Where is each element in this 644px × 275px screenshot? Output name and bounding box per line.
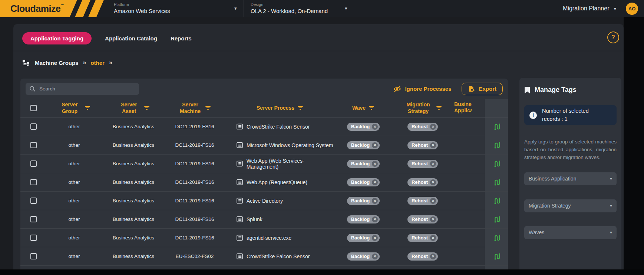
design-caret-icon[interactable]: ▾ (345, 6, 347, 11)
wave-badge[interactable]: Backlog ✕ (347, 252, 380, 261)
remove-tag-icon[interactable]: ✕ (430, 235, 436, 241)
filter-icon[interactable] (298, 106, 303, 110)
swap-route-icon[interactable] (493, 252, 501, 261)
cell-server-asset: Business Analytics (102, 229, 165, 247)
user-avatar[interactable]: AO (626, 3, 638, 15)
remove-tag-icon[interactable]: ✕ (430, 142, 436, 148)
tab-reports[interactable]: Reports (171, 32, 192, 44)
remove-tag-icon[interactable]: ✕ (372, 161, 378, 167)
remove-tag-icon[interactable]: ✕ (430, 216, 436, 222)
remove-tag-icon[interactable]: ✕ (430, 161, 436, 167)
wave-badge[interactable]: Backlog ✕ (347, 178, 380, 186)
selected-records-text: Number of selected records : 1 (542, 107, 589, 123)
filter-icon[interactable] (205, 106, 211, 110)
strategy-badge[interactable]: Rehost ✕ (407, 234, 438, 242)
column-migration-strategy[interactable]: Migration Strategy (391, 99, 454, 117)
row-checkbox[interactable] (30, 142, 37, 148)
table-row[interactable]: other Business Analytics DC11-2019-FS16 … (20, 155, 508, 173)
wave-badge-label: Backlog (351, 179, 370, 185)
row-checkbox[interactable] (30, 253, 37, 259)
wave-badge[interactable]: Backlog ✕ (347, 234, 380, 242)
tab-application-catalog[interactable]: Application Catalog (105, 32, 157, 44)
filter-icon[interactable] (369, 106, 374, 110)
strategy-badge[interactable]: Rehost ✕ (407, 141, 438, 149)
search-input[interactable] (39, 86, 135, 92)
strategy-badge[interactable]: Rehost ✕ (407, 197, 438, 205)
swap-route-icon[interactable] (493, 141, 501, 149)
remove-tag-icon[interactable]: ✕ (372, 142, 378, 148)
breadcrumb-current[interactable]: other (90, 60, 105, 66)
remove-tag-icon[interactable]: ✕ (372, 216, 378, 222)
row-checkbox[interactable] (30, 160, 37, 167)
column-wave[interactable]: Wave (336, 99, 391, 117)
remove-tag-icon[interactable]: ✕ (372, 124, 378, 130)
remove-tag-icon[interactable]: ✕ (430, 124, 436, 130)
breadcrumb-root[interactable]: Machine Groups (35, 60, 79, 66)
cell-server-group: other (46, 210, 102, 228)
business-application-dropdown[interactable]: Business Application ▾ (524, 172, 617, 185)
search-box[interactable] (26, 83, 139, 95)
swap-route-icon[interactable] (493, 197, 501, 205)
brand-logo[interactable]: Cloudamize™ (0, 0, 122, 17)
migration-strategy-dropdown[interactable]: Migration Strategy ▾ (524, 199, 617, 212)
wave-badge[interactable]: Backlog ✕ (347, 197, 380, 205)
remove-tag-icon[interactable]: ✕ (372, 254, 378, 259)
wave-badge[interactable]: Backlog ✕ (347, 123, 380, 131)
filter-icon[interactable] (85, 106, 90, 110)
remove-tag-icon[interactable]: ✕ (372, 235, 378, 241)
row-checkbox[interactable] (30, 179, 37, 185)
remove-tag-icon[interactable]: ✕ (430, 254, 436, 259)
column-server-group[interactable]: Server Group (46, 99, 102, 117)
strategy-badge[interactable]: Rehost ✕ (407, 178, 438, 186)
select-all-checkbox[interactable] (30, 105, 37, 111)
swap-route-icon[interactable] (493, 123, 501, 131)
platform-caret-icon[interactable]: ▾ (234, 6, 237, 11)
swap-route-icon[interactable] (493, 215, 501, 223)
help-button[interactable]: ? (607, 32, 619, 43)
filter-icon[interactable] (436, 106, 442, 110)
swap-route-icon[interactable] (493, 160, 501, 168)
column-business-application[interactable]: Business Application (454, 99, 485, 117)
table-row[interactable]: other Business Analytics DC11-2019-FS16 … (20, 173, 508, 192)
export-button[interactable]: Export (462, 83, 503, 95)
cell-actions (485, 136, 508, 154)
strategy-badge[interactable]: Rehost ✕ (407, 252, 438, 261)
remove-tag-icon[interactable]: ✕ (372, 198, 378, 204)
row-checkbox[interactable] (30, 198, 37, 204)
column-server-machine[interactable]: Server Machine (165, 99, 224, 117)
row-checkbox[interactable] (30, 216, 37, 222)
table-row[interactable]: other Business Analytics DC11-2019-FS16 … (20, 117, 508, 136)
wave-badge[interactable]: Backlog ✕ (347, 160, 380, 168)
row-checkbox[interactable] (30, 123, 37, 130)
platform-value: Amazon Web Services (114, 7, 170, 15)
swap-route-icon[interactable] (493, 178, 501, 186)
wave-badge-label: Backlog (351, 235, 370, 241)
remove-tag-icon[interactable]: ✕ (430, 198, 436, 204)
row-checkbox[interactable] (30, 235, 37, 241)
strategy-badge[interactable]: Rehost ✕ (407, 215, 438, 223)
table-row[interactable]: other Business Analytics DC11-2019-FS16 … (20, 210, 508, 229)
column-server-asset[interactable]: Server Asset (102, 99, 165, 117)
table-row[interactable]: other Business Analytics DC11-2019-FS16 … (20, 229, 508, 247)
top-header: Cloudamize™ Platform Amazon Web Services… (0, 0, 644, 17)
strategy-badge[interactable]: Rehost ✕ (407, 123, 438, 131)
table-row[interactable]: other Business Analytics DC11-2019-FS16 … (20, 192, 508, 210)
wave-badge[interactable]: Backlog ✕ (347, 215, 380, 223)
table-row[interactable]: other Business Analytics DC11-2019-FS16 … (20, 136, 508, 155)
design-selector[interactable]: Design OLA 2 - Workload, On-Demand (251, 2, 328, 15)
waves-dropdown[interactable]: Waves ▾ (524, 226, 617, 239)
strategy-badge-label: Rehost (412, 254, 428, 259)
swap-route-icon[interactable] (493, 234, 501, 242)
tab-application-tagging[interactable]: Application Tagging (22, 32, 92, 44)
column-server-process[interactable]: Server Process (224, 99, 336, 117)
ignore-processes-button[interactable]: Ignore Processes (393, 85, 451, 93)
file-export-icon (468, 86, 475, 92)
remove-tag-icon[interactable]: ✕ (372, 179, 378, 185)
filter-icon[interactable] (144, 106, 150, 110)
strategy-badge[interactable]: Rehost ✕ (407, 160, 438, 168)
remove-tag-icon[interactable]: ✕ (430, 179, 436, 185)
migration-planner-menu[interactable]: Migration Planner ▾ (563, 5, 616, 12)
table-row[interactable]: other Business Analytics EU-ESC02-FS02 C… (20, 247, 508, 266)
platform-selector[interactable]: Platform Amazon Web Services (114, 2, 170, 15)
wave-badge[interactable]: Backlog ✕ (347, 141, 380, 149)
